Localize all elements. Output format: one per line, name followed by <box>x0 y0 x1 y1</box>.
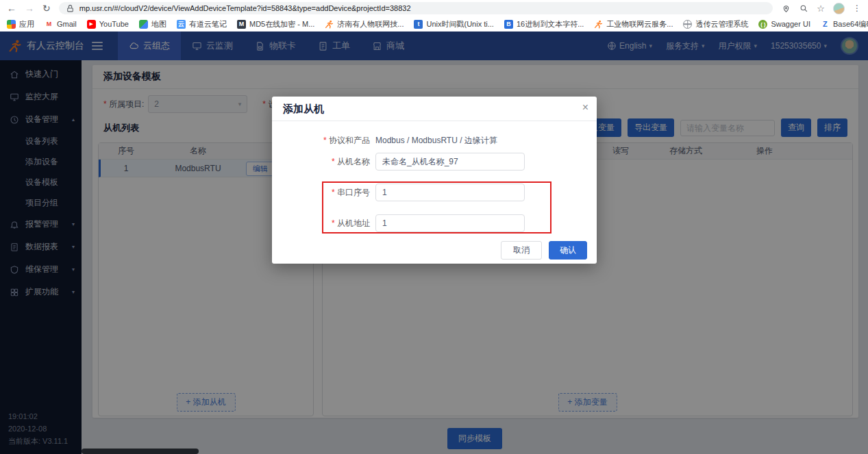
youtube-icon: ▶ <box>87 20 96 29</box>
apps-grid-icon <box>7 20 16 29</box>
bookmark-apps[interactable]: 应用 <box>7 19 34 29</box>
browser-profile-avatar[interactable] <box>833 3 845 14</box>
usr-person-icon <box>594 20 603 29</box>
slave-name-input[interactable] <box>375 153 525 171</box>
bookmark-youdao[interactable]: 云有道云笔记 <box>177 19 227 29</box>
unix-clock-icon: t <box>414 20 423 29</box>
bookmark-maps[interactable]: 地图 <box>139 19 166 29</box>
modal-footer: 取消 确认 <box>272 241 597 260</box>
youdao-icon: 云 <box>177 20 186 29</box>
slave-name-row: 从机名称 <box>272 153 597 171</box>
slave-address-row: 从机地址 <box>272 214 597 232</box>
bookmark-md5[interactable]: MMD5在线加密 - M... <box>237 19 314 29</box>
close-icon[interactable]: × <box>582 102 588 113</box>
bookmark-swagger[interactable]: { }Swagger UI <box>758 20 810 29</box>
app-viewport: 有人云控制台 云组态 云监测 物联卡 工单 <box>0 31 868 454</box>
maps-icon <box>139 20 148 29</box>
address-bar-row: ← → ↻ mp.usr.cn/#/cloudV2/device/ViewAdd… <box>0 0 868 16</box>
base64-z-icon: Z <box>821 20 830 29</box>
bookmark-hex-text[interactable]: B16进制到文本字符... <box>504 19 584 29</box>
bookmark-base64[interactable]: ZBase64编码转换工... <box>821 19 868 29</box>
zoom-icon[interactable] <box>799 3 808 13</box>
protocol-value: Modbus / ModbusRTU / 边缘计算 <box>375 135 497 147</box>
modal-header: 添加从机 × <box>272 97 597 121</box>
screen: ← → ↻ mp.usr.cn/#/cloudV2/device/ViewAdd… <box>0 0 868 454</box>
cancel-button[interactable]: 取消 <box>501 241 542 260</box>
reload-button[interactable]: ↻ <box>42 3 51 13</box>
swagger-icon: { } <box>758 20 767 29</box>
browser-menu-icon[interactable]: ⋮ <box>853 3 861 13</box>
browser-chrome: ← → ↻ mp.usr.cn/#/cloudV2/device/ViewAdd… <box>0 0 868 31</box>
confirm-button[interactable]: 确认 <box>549 241 587 260</box>
padlock-icon <box>66 3 75 13</box>
md5-icon: M <box>237 20 246 29</box>
add-slave-modal: 添加从机 × 协议和产品 Modbus / ModbusRTU / 边缘计算 从… <box>272 97 597 264</box>
serial-port-input[interactable] <box>375 184 525 201</box>
slave-address-label: 从机地址 <box>272 218 375 229</box>
location-pin-icon[interactable] <box>781 3 791 13</box>
bookmark-passthrough-cloud[interactable]: 透传云管理系统 <box>683 19 748 29</box>
url-bar[interactable]: mp.usr.cn/#/cloudV2/device/ViewAddDevice… <box>59 2 773 14</box>
modal-title: 添加从机 <box>283 103 324 114</box>
protocol-row: 协议和产品 Modbus / ModbusRTU / 边缘计算 <box>272 134 597 147</box>
url-text: mp.usr.cn/#/cloudV2/device/ViewAddDevice… <box>79 4 411 12</box>
back-button[interactable]: ← <box>7 3 16 13</box>
bookmark-iiot-cloud[interactable]: 工业物联网云服务... <box>594 19 673 29</box>
protocol-label: 协议和产品 <box>272 135 375 147</box>
bookmark-gmail[interactable]: MGmail <box>45 20 77 29</box>
gmail-icon: M <box>45 20 53 29</box>
bookmark-star-icon[interactable]: ☆ <box>817 3 825 14</box>
slave-address-input[interactable] <box>375 214 525 232</box>
bookmark-youtube[interactable]: ▶YouTube <box>87 20 129 29</box>
serial-port-label: 串口序号 <box>272 187 375 199</box>
slave-name-label: 从机名称 <box>272 156 375 168</box>
bookmark-unix-time[interactable]: tUnix时间戳(Unix ti... <box>414 19 493 29</box>
usr-person-icon <box>325 20 334 29</box>
bookmarks-bar: 应用 MGmail ▶YouTube 地图 云有道云笔记 MMD5在线加密 - … <box>0 16 868 31</box>
serial-port-row: 串口序号 <box>272 184 597 201</box>
forward-button[interactable]: → <box>25 3 34 13</box>
globe-icon <box>683 20 692 29</box>
hex-b-icon: B <box>504 20 513 29</box>
bookmark-usr-tech[interactable]: 济南有人物联网技... <box>325 19 404 29</box>
